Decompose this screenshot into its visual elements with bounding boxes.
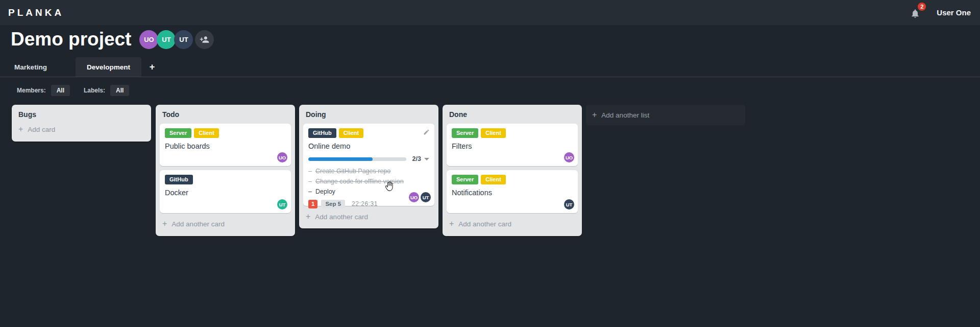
task-text: Change code for offline version: [315, 176, 404, 186]
card-members: UO: [277, 152, 287, 162]
card-labels: GitHub Client: [308, 128, 429, 138]
list-name[interactable]: Done: [443, 105, 582, 119]
card-filters[interactable]: Server Client Filters UO: [447, 124, 578, 166]
members-filter-label: Members:: [17, 87, 46, 94]
list-name[interactable]: Todo: [156, 105, 295, 119]
card-members: UT: [277, 199, 287, 209]
task-item: – Create GitHub Pages repo: [308, 166, 429, 176]
app-logo[interactable]: PLANKA: [8, 7, 64, 18]
list-todo: Todo Server Client Public boards UO GitH…: [156, 105, 295, 236]
card-member-avatar: UT: [277, 199, 287, 209]
add-list-label: Add another list: [601, 111, 649, 119]
planka-app: PLANKA 2 User One Demo project UO UT UT: [0, 0, 980, 327]
add-card-button[interactable]: + Add card: [12, 125, 151, 133]
add-card-label: Add another card: [172, 220, 225, 228]
add-another-card-button[interactable]: + Add another card: [443, 220, 582, 228]
card-title: Docker: [165, 189, 286, 197]
plus-icon: +: [18, 125, 23, 133]
card-title: Online demo: [308, 142, 429, 150]
due-date-badge: Sep 5: [321, 200, 345, 208]
tabs-divider: [0, 77, 980, 77]
card-member-avatar: UT: [564, 199, 574, 209]
card-members: UO: [564, 152, 574, 162]
card-docker[interactable]: GitHub Docker UT: [160, 170, 291, 213]
card-member-avatar: UT: [421, 192, 431, 202]
tab-development[interactable]: Development: [76, 57, 141, 77]
card-notifications[interactable]: Server Client Notifications UT: [447, 170, 578, 213]
project-members: UO UT UT: [139, 30, 214, 49]
add-card-label: Add another card: [458, 220, 511, 228]
label-server: Server: [452, 175, 478, 184]
task-bullet: –: [308, 186, 312, 197]
plus-icon: +: [449, 220, 454, 228]
list-doing: Doing GitHub Client Online demo 2/3 –: [299, 105, 438, 228]
card-public-boards[interactable]: Server Client Public boards UO: [160, 124, 291, 166]
members-filter-value[interactable]: All: [51, 85, 70, 96]
labels-filter-value[interactable]: All: [110, 85, 129, 96]
plus-icon: +: [592, 110, 597, 120]
overdue-badge: 1: [308, 200, 317, 208]
person-add-icon: [200, 35, 209, 44]
list-done: Done Server Client Filters UO Server Cli…: [443, 105, 582, 236]
label-github: GitHub: [308, 128, 336, 138]
plus-icon: +: [306, 213, 310, 221]
timer-badge: 22:26:31: [352, 200, 378, 207]
add-card-label: Add another card: [315, 213, 368, 221]
card-members: UO UT: [409, 192, 431, 202]
task-text: Create GitHub Pages repo: [315, 166, 390, 176]
add-list-button[interactable]: + Add another list: [586, 105, 745, 125]
user-menu[interactable]: User One: [937, 8, 971, 17]
chevron-down-icon[interactable]: [424, 158, 429, 160]
card-labels: Server Client: [165, 128, 286, 138]
card-title: Filters: [452, 142, 573, 150]
board-tabs: Marketing Development +: [0, 57, 61, 77]
card-title: Notifications: [452, 189, 573, 197]
card-title: Public boards: [165, 142, 286, 150]
card-labels: GitHub: [165, 175, 286, 184]
card-member-avatar: UO: [409, 192, 419, 202]
list-name[interactable]: Bugs: [12, 105, 151, 119]
notifications-button[interactable]: 2: [910, 7, 921, 19]
filter-bar: Members: All Labels: All: [17, 84, 129, 97]
task-text: Deploy: [315, 186, 335, 197]
label-server: Server: [165, 128, 191, 138]
card-member-avatar: UO: [277, 152, 287, 162]
add-another-card-button[interactable]: + Add another card: [156, 220, 295, 228]
project-member-avatar[interactable]: UT: [174, 30, 193, 49]
labels-filter-label: Labels:: [84, 87, 105, 94]
add-board-button[interactable]: +: [144, 57, 160, 77]
progress-bar-fill: [308, 157, 373, 161]
add-member-button[interactable]: [195, 30, 214, 49]
list-bugs: Bugs + Add card: [12, 105, 151, 142]
label-client: Client: [339, 128, 364, 138]
project-member-avatar[interactable]: UT: [157, 30, 176, 49]
label-github: GitHub: [165, 175, 193, 184]
card-members: UT: [564, 199, 574, 209]
tab-marketing[interactable]: Marketing: [0, 57, 61, 77]
progress-bar: [308, 157, 406, 161]
list-name[interactable]: Doing: [299, 105, 438, 119]
project-member-avatar[interactable]: UO: [139, 30, 158, 49]
checklist-summary: 2/3: [412, 155, 421, 162]
plus-icon: +: [162, 220, 167, 228]
task-bullet: –: [308, 166, 312, 176]
label-client: Client: [481, 175, 506, 184]
add-card-label: Add card: [28, 126, 55, 133]
notification-badge: 2: [918, 3, 926, 11]
label-server: Server: [452, 128, 478, 138]
edit-card-button[interactable]: [423, 128, 430, 137]
label-client: Client: [194, 128, 219, 138]
card-labels: Server Client: [452, 175, 573, 184]
card-member-avatar: UO: [564, 152, 574, 162]
task-bullet: –: [308, 176, 312, 186]
label-client: Client: [481, 128, 506, 138]
checklist-progress: 2/3: [308, 155, 429, 162]
add-another-card-button[interactable]: + Add another card: [299, 213, 438, 221]
card-online-demo[interactable]: GitHub Client Online demo 2/3 – Create G…: [303, 124, 434, 206]
project-header: Demo project UO UT UT: [11, 28, 214, 51]
card-labels: Server Client: [452, 128, 573, 138]
task-item: – Change code for offline version: [308, 176, 429, 186]
top-bar-right: 2 User One: [910, 7, 971, 19]
top-bar: PLANKA 2 User One: [0, 0, 980, 25]
project-title[interactable]: Demo project: [11, 28, 131, 51]
